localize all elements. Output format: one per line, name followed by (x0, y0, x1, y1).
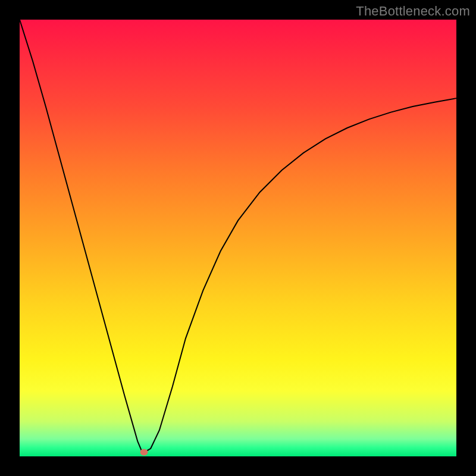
curve-path (20, 20, 456, 452)
bottleneck-curve (20, 20, 456, 456)
min-marker (140, 449, 148, 456)
plot-area (20, 20, 456, 456)
watermark-text: TheBottleneck.com (356, 4, 470, 19)
chart-frame: TheBottleneck.com (0, 0, 476, 476)
